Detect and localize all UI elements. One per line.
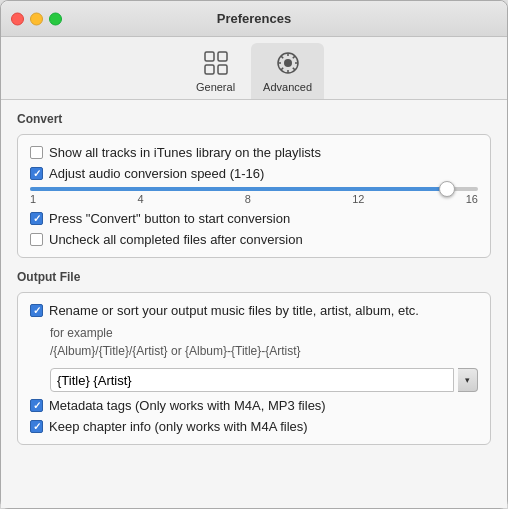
example-template-text: /{Album}/{Title}/{Artist} or {Album}-{Ti…	[50, 344, 301, 358]
maximize-button[interactable]	[49, 12, 62, 25]
uncheck-completed-row: Uncheck all completed files after conver…	[30, 232, 478, 247]
template-input-row: ▾	[50, 368, 478, 392]
slider-label-16: 16	[466, 193, 478, 205]
svg-rect-0	[205, 52, 214, 61]
template-input[interactable]	[50, 368, 454, 392]
for-example-text: for example	[50, 326, 113, 340]
chapter-info-row: Keep chapter info (only works with M4A f…	[30, 419, 478, 434]
svg-rect-3	[218, 65, 227, 74]
slider-track[interactable]	[30, 187, 478, 191]
chapter-info-checkbox[interactable]	[30, 420, 43, 433]
show-tracks-label: Show all tracks in iTunes library on the…	[49, 145, 321, 160]
general-icon	[200, 47, 232, 79]
toolbar: General Advanced	[1, 37, 507, 100]
press-convert-row: Press "Convert" button to start conversi…	[30, 211, 478, 226]
slider-label-8: 8	[245, 193, 251, 205]
general-tab-label: General	[196, 81, 235, 93]
main-content: Convert Show all tracks in iTunes librar…	[1, 100, 507, 508]
slider-labels: 1 4 8 12 16	[30, 193, 478, 205]
press-convert-label: Press "Convert" button to start conversi…	[49, 211, 290, 226]
rename-sort-row: Rename or sort your output music files b…	[30, 303, 478, 318]
output-section-title: Output File	[17, 270, 491, 286]
convert-section-box: Show all tracks in iTunes library on the…	[17, 134, 491, 258]
general-tab-button[interactable]: General	[184, 43, 247, 99]
chapter-info-label: Keep chapter info (only works with M4A f…	[49, 419, 308, 434]
svg-line-13	[281, 68, 283, 70]
output-section: Output File Rename or sort your output m…	[17, 270, 491, 445]
output-section-box: Rename or sort your output music files b…	[17, 292, 491, 445]
svg-rect-2	[205, 65, 214, 74]
svg-line-11	[292, 68, 294, 70]
adjust-speed-checkbox[interactable]	[30, 167, 43, 180]
slider-thumb[interactable]	[439, 181, 455, 197]
slider-label-1: 1	[30, 193, 36, 205]
uncheck-completed-label: Uncheck all completed files after conver…	[49, 232, 303, 247]
metadata-row: Metadata tags (Only works with M4A, MP3 …	[30, 398, 478, 413]
preferences-window: Preferences General	[0, 0, 508, 509]
svg-rect-1	[218, 52, 227, 61]
svg-line-12	[292, 56, 294, 58]
metadata-label: Metadata tags (Only works with M4A, MP3 …	[49, 398, 326, 413]
slider-fill	[30, 187, 447, 191]
show-tracks-checkbox[interactable]	[30, 146, 43, 159]
adjust-speed-label: Adjust audio conversion speed (1-16)	[49, 166, 264, 181]
example-label: for example /{Album}/{Title}/{Artist} or…	[50, 324, 478, 360]
titlebar: Preferences	[1, 1, 507, 37]
advanced-icon	[272, 47, 304, 79]
minimize-button[interactable]	[30, 12, 43, 25]
adjust-speed-row: Adjust audio conversion speed (1-16)	[30, 166, 478, 181]
advanced-tab-button[interactable]: Advanced	[251, 43, 324, 99]
svg-line-10	[281, 56, 283, 58]
speed-slider-section: 1 4 8 12 16	[30, 187, 478, 205]
show-tracks-row: Show all tracks in iTunes library on the…	[30, 145, 478, 160]
template-dropdown-button[interactable]: ▾	[458, 368, 478, 392]
close-button[interactable]	[11, 12, 24, 25]
convert-section-title: Convert	[17, 112, 491, 128]
press-convert-checkbox[interactable]	[30, 212, 43, 225]
traffic-lights	[11, 12, 62, 25]
slider-label-4: 4	[137, 193, 143, 205]
slider-label-12: 12	[352, 193, 364, 205]
rename-sort-checkbox[interactable]	[30, 304, 43, 317]
rename-sort-label: Rename or sort your output music files b…	[49, 303, 419, 318]
svg-point-5	[284, 59, 292, 67]
convert-section: Convert Show all tracks in iTunes librar…	[17, 112, 491, 258]
uncheck-completed-checkbox[interactable]	[30, 233, 43, 246]
metadata-checkbox[interactable]	[30, 399, 43, 412]
dropdown-arrow-icon: ▾	[465, 375, 470, 385]
window-title: Preferences	[217, 11, 291, 26]
advanced-tab-label: Advanced	[263, 81, 312, 93]
